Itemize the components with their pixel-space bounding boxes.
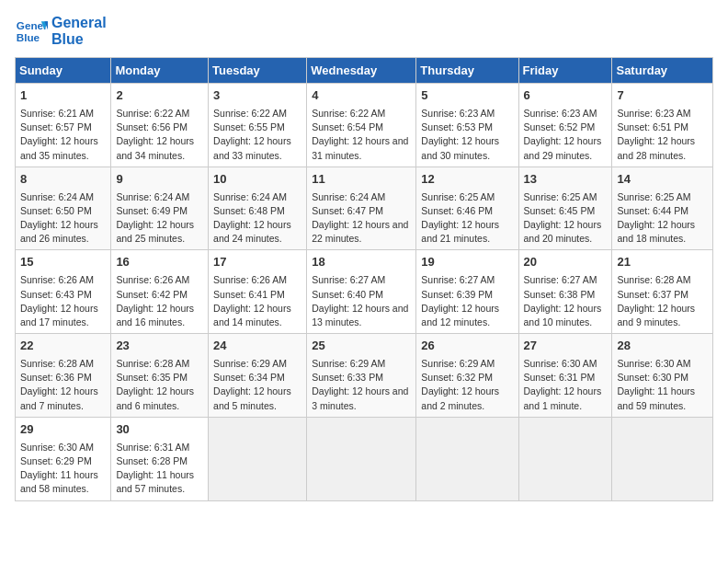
sunset: Sunset: 6:34 PM	[213, 372, 285, 383]
sunrise: Sunrise: 6:29 AM	[213, 358, 287, 369]
calendar-cell: 26Sunrise: 6:29 AMSunset: 6:32 PMDayligh…	[416, 334, 518, 418]
sunrise: Sunrise: 6:31 AM	[116, 442, 189, 453]
sunset: Sunset: 6:50 PM	[20, 205, 92, 216]
weekday-header: Saturday	[612, 58, 713, 84]
day-number: 20	[524, 254, 608, 271]
daylight: Daylight: 12 hours and 35 minutes.	[20, 135, 98, 160]
sunset: Sunset: 6:55 PM	[213, 121, 285, 132]
calendar-cell: 16Sunrise: 6:26 AMSunset: 6:42 PMDayligh…	[111, 250, 209, 334]
calendar-cell: 28Sunrise: 6:30 AMSunset: 6:30 PMDayligh…	[612, 334, 713, 418]
calendar-cell	[416, 417, 518, 500]
sunset: Sunset: 6:38 PM	[524, 289, 596, 300]
calendar-cell: 4Sunrise: 6:22 AMSunset: 6:54 PMDaylight…	[307, 84, 416, 167]
weekday-header: Tuesday	[209, 58, 307, 84]
day-number: 2	[116, 87, 203, 105]
calendar-cell: 7Sunrise: 6:23 AMSunset: 6:51 PMDaylight…	[612, 84, 713, 167]
sunrise: Sunrise: 6:24 AM	[213, 191, 287, 202]
day-number: 4	[312, 87, 411, 105]
sunset: Sunset: 6:53 PM	[421, 121, 493, 132]
sunrise: Sunrise: 6:23 AM	[421, 108, 495, 119]
calendar-cell: 2Sunrise: 6:22 AMSunset: 6:56 PMDaylight…	[111, 84, 209, 167]
daylight: Daylight: 12 hours and 33 minutes.	[213, 135, 291, 160]
calendar-cell: 1Sunrise: 6:21 AMSunset: 6:57 PMDaylight…	[16, 84, 111, 167]
sunset: Sunset: 6:33 PM	[312, 372, 383, 383]
daylight: Daylight: 12 hours and 25 minutes.	[116, 219, 194, 244]
daylight: Daylight: 12 hours and 21 minutes.	[421, 219, 499, 244]
day-number: 24	[213, 338, 301, 355]
daylight: Daylight: 12 hours and 20 minutes.	[524, 219, 602, 244]
daylight: Daylight: 12 hours and 34 minutes.	[116, 135, 194, 160]
logo-blue: Blue	[51, 31, 107, 48]
calendar-row: 15Sunrise: 6:26 AMSunset: 6:43 PMDayligh…	[16, 250, 713, 334]
sunset: Sunset: 6:48 PM	[213, 205, 285, 216]
sunset: Sunset: 6:52 PM	[524, 121, 596, 132]
sunrise: Sunrise: 6:25 AM	[524, 191, 597, 202]
day-number: 1	[20, 87, 106, 105]
sunset: Sunset: 6:35 PM	[116, 372, 188, 383]
sunrise: Sunrise: 6:30 AM	[524, 358, 597, 369]
weekday-header: Sunday	[16, 58, 111, 84]
sunset: Sunset: 6:42 PM	[116, 289, 188, 300]
calendar-cell: 29Sunrise: 6:30 AMSunset: 6:29 PMDayligh…	[16, 417, 111, 500]
calendar-cell: 23Sunrise: 6:28 AMSunset: 6:35 PMDayligh…	[111, 334, 209, 418]
day-number: 8	[20, 171, 106, 189]
sunrise: Sunrise: 6:26 AM	[213, 274, 287, 285]
weekday-header-row: SundayMondayTuesdayWednesdayThursdayFrid…	[16, 58, 713, 84]
day-number: 18	[312, 254, 411, 271]
daylight: Daylight: 12 hours and 29 minutes.	[524, 135, 602, 160]
day-number: 6	[524, 87, 608, 105]
sunrise: Sunrise: 6:26 AM	[116, 274, 189, 285]
calendar-cell: 14Sunrise: 6:25 AMSunset: 6:44 PMDayligh…	[612, 167, 713, 250]
calendar-cell: 30Sunrise: 6:31 AMSunset: 6:28 PMDayligh…	[111, 417, 209, 500]
sunrise: Sunrise: 6:29 AM	[312, 358, 385, 369]
daylight: Daylight: 12 hours and 6 minutes.	[116, 385, 194, 410]
day-number: 16	[116, 254, 203, 271]
calendar-cell: 6Sunrise: 6:23 AMSunset: 6:52 PMDaylight…	[518, 84, 612, 167]
calendar-cell: 12Sunrise: 6:25 AMSunset: 6:46 PMDayligh…	[416, 167, 518, 250]
calendar-row: 8Sunrise: 6:24 AMSunset: 6:50 PMDaylight…	[16, 167, 713, 250]
daylight: Daylight: 12 hours and 28 minutes.	[617, 135, 695, 160]
weekday-header: Monday	[111, 58, 209, 84]
sunrise: Sunrise: 6:28 AM	[617, 274, 690, 285]
calendar-cell	[209, 417, 307, 500]
daylight: Daylight: 12 hours and 22 minutes.	[312, 219, 408, 244]
sunset: Sunset: 6:39 PM	[421, 289, 493, 300]
calendar-cell: 10Sunrise: 6:24 AMSunset: 6:48 PMDayligh…	[209, 167, 307, 250]
sunset: Sunset: 6:54 PM	[312, 121, 383, 132]
daylight: Daylight: 11 hours and 59 minutes.	[617, 385, 695, 410]
weekday-header: Thursday	[416, 58, 518, 84]
day-number: 13	[524, 171, 608, 189]
sunrise: Sunrise: 6:27 AM	[421, 274, 495, 285]
weekday-header: Friday	[518, 58, 612, 84]
calendar-cell: 18Sunrise: 6:27 AMSunset: 6:40 PMDayligh…	[307, 250, 416, 334]
sunrise: Sunrise: 6:22 AM	[116, 108, 189, 119]
day-number: 12	[421, 171, 513, 189]
day-number: 10	[213, 171, 301, 189]
sunset: Sunset: 6:56 PM	[116, 121, 188, 132]
calendar-row: 22Sunrise: 6:28 AMSunset: 6:36 PMDayligh…	[16, 334, 713, 418]
daylight: Daylight: 12 hours and 17 minutes.	[20, 303, 98, 327]
sunrise: Sunrise: 6:28 AM	[20, 358, 94, 369]
sunrise: Sunrise: 6:30 AM	[20, 442, 94, 453]
sunset: Sunset: 6:31 PM	[524, 372, 596, 383]
weekday-header: Wednesday	[307, 58, 416, 84]
daylight: Daylight: 12 hours and 13 minutes.	[312, 303, 408, 327]
sunrise: Sunrise: 6:26 AM	[20, 274, 94, 285]
sunset: Sunset: 6:47 PM	[312, 205, 383, 216]
daylight: Daylight: 12 hours and 14 minutes.	[213, 303, 291, 327]
sunset: Sunset: 6:57 PM	[20, 121, 92, 132]
calendar-cell: 19Sunrise: 6:27 AMSunset: 6:39 PMDayligh…	[416, 250, 518, 334]
calendar-cell: 22Sunrise: 6:28 AMSunset: 6:36 PMDayligh…	[16, 334, 111, 418]
day-number: 3	[213, 87, 301, 105]
day-number: 19	[421, 254, 513, 271]
calendar-cell: 24Sunrise: 6:29 AMSunset: 6:34 PMDayligh…	[209, 334, 307, 418]
sunrise: Sunrise: 6:24 AM	[312, 191, 385, 202]
sunset: Sunset: 6:28 PM	[116, 455, 188, 466]
day-number: 28	[617, 338, 708, 355]
sunset: Sunset: 6:36 PM	[20, 372, 92, 383]
sunrise: Sunrise: 6:27 AM	[524, 274, 597, 285]
calendar-cell	[612, 417, 713, 500]
sunrise: Sunrise: 6:23 AM	[617, 108, 690, 119]
daylight: Daylight: 11 hours and 57 minutes.	[116, 469, 194, 494]
daylight: Daylight: 12 hours and 10 minutes.	[524, 303, 602, 327]
